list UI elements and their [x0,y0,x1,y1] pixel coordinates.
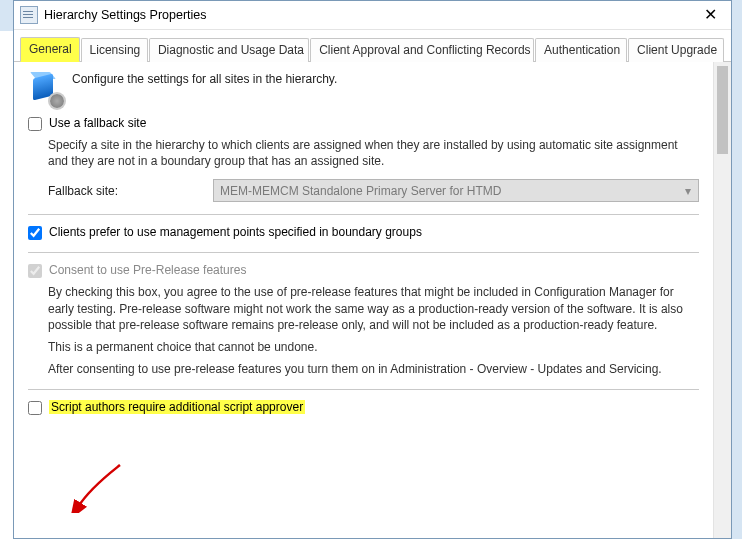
boundary-groups-checkbox[interactable] [28,226,42,240]
tab-client-upgrade[interactable]: Client Upgrade [628,38,724,62]
fallback-site-label: Use a fallback site [49,116,146,130]
title-bar: Hierarchy Settings Properties ✕ [14,1,731,30]
hierarchy-icon [28,72,62,106]
tab-authentication[interactable]: Authentication [535,38,627,62]
tab-diagnostic[interactable]: Diagnostic and Usage Data [149,38,309,62]
tab-strip: General Licensing Diagnostic and Usage D… [14,30,731,62]
fallback-site-checkbox[interactable] [28,117,42,131]
fallback-site-field-label: Fallback site: [48,184,203,198]
tab-licensing[interactable]: Licensing [81,38,148,62]
system-icon [20,6,38,24]
vertical-scrollbar[interactable] [713,62,731,539]
script-approver-label: Script authors require additional script… [49,400,305,414]
chevron-down-icon: ▾ [680,180,696,201]
prerelease-consent-label: Consent to use Pre-Release features [49,263,246,277]
prerelease-desc-1: By checking this box, you agree to the u… [48,284,699,333]
window-title: Hierarchy Settings Properties [44,8,689,22]
script-approver-checkbox[interactable] [28,401,42,415]
fallback-site-description: Specify a site in the hierarchy to which… [48,137,699,169]
fallback-site-select: MEM-MEMCM Standalone Primary Server for … [213,179,699,202]
general-tab-content: Configure the settings for all sites in … [14,62,713,539]
prerelease-desc-2: This is a permanent choice that cannot b… [48,339,699,355]
intro-text: Configure the settings for all sites in … [72,72,337,86]
close-button[interactable]: ✕ [689,1,731,29]
fallback-site-value: MEM-MEMCM Standalone Primary Server for … [220,184,501,198]
scrollbar-thumb[interactable] [717,66,728,154]
prerelease-desc-3: After consenting to use pre-release feat… [48,361,699,377]
boundary-groups-label: Clients prefer to use management points … [49,225,422,239]
hierarchy-settings-dialog: Hierarchy Settings Properties ✕ General … [13,0,732,539]
prerelease-consent-checkbox [28,264,42,278]
tab-client-approval[interactable]: Client Approval and Conflicting Records [310,38,534,62]
tab-general[interactable]: General [20,37,80,62]
